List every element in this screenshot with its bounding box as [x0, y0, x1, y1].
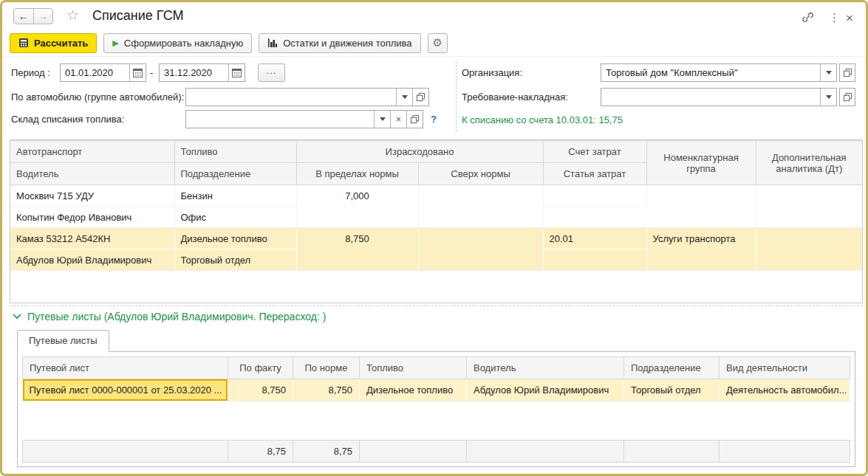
- organization-open-button[interactable]: [839, 63, 855, 82]
- vehicle-open-button[interactable]: [412, 89, 428, 106]
- fuel-balances-button-label: Остатки и движения топлива: [283, 38, 411, 49]
- cell-department[interactable]: Офис: [174, 207, 296, 228]
- cell-within-norm[interactable]: 7,000: [296, 185, 418, 228]
- period-from-input[interactable]: [61, 64, 129, 81]
- cell-fuel[interactable]: Бензин: [174, 185, 296, 207]
- open-form-icon: [416, 92, 426, 102]
- requisition-dropdown-button[interactable]: [820, 89, 836, 106]
- organization-combobox: [601, 63, 837, 82]
- period-more-button[interactable]: ...: [258, 63, 285, 82]
- cell-driver[interactable]: Абдулов Юрий Владимирович: [10, 249, 174, 271]
- col-department: Подразделение: [624, 357, 720, 379]
- forward-button[interactable]: →: [34, 9, 53, 24]
- col-waybill: Путевой лист: [23, 357, 228, 379]
- cell-nomenclature-group[interactable]: Услуги транспорта: [646, 228, 756, 271]
- cell-activity[interactable]: Деятельность автомобил...: [720, 379, 850, 401]
- col-driver: Водитель: [467, 357, 624, 379]
- cell-department[interactable]: Торговый отдел: [174, 249, 296, 271]
- cell-extra-analytics[interactable]: [756, 228, 862, 271]
- cell-within-norm[interactable]: 8,750: [296, 228, 418, 271]
- get-link-icon[interactable]: [802, 11, 814, 24]
- cell-driver[interactable]: Копытин Федор Иванович: [10, 207, 174, 228]
- col-cost-item: Статья затрат: [543, 163, 646, 185]
- tab-waybills[interactable]: Путевые листы: [17, 330, 109, 352]
- requisition-input[interactable]: [601, 89, 820, 106]
- requisition-combobox: [601, 88, 837, 106]
- cell-vehicle[interactable]: Москвич 715 УДУ: [10, 185, 174, 207]
- create-invoice-button[interactable]: ▶ Сформировать накладную: [103, 33, 252, 53]
- app-window: ← → ☆ Списание ГСМ ⋮ × Рассчитать ▶ Сфор…: [0, 0, 868, 476]
- cell-department[interactable]: Торговый отдел: [624, 379, 720, 401]
- fuel-balances-button[interactable]: Остатки и движения топлива: [259, 33, 420, 53]
- panel-splitter[interactable]: [10, 306, 863, 306]
- cell-actual[interactable]: 8,750: [228, 379, 293, 401]
- more-menu-icon[interactable]: ⋮: [829, 11, 840, 24]
- table-row-selected: Камаз 53212 А542КН Дизельное топливо 8,7…: [10, 228, 862, 249]
- waybill-row-selected: Путевой лист 0000-000001 от 25.03.2020 .…: [23, 379, 850, 401]
- cell-extra-analytics[interactable]: [756, 185, 862, 228]
- total-driver: [467, 441, 624, 463]
- organization-dropdown-button[interactable]: [820, 64, 836, 81]
- chevron-down-icon: [402, 95, 408, 99]
- cell-nomenclature-group[interactable]: [646, 185, 756, 228]
- chevron-down-icon: [380, 117, 386, 121]
- total-fuel: [360, 441, 467, 463]
- col-actual: По факту: [228, 357, 293, 379]
- calculate-button[interactable]: Рассчитать: [10, 33, 97, 53]
- cell-fuel[interactable]: Дизельное топливо: [174, 228, 296, 249]
- requisition-open-button[interactable]: [839, 88, 855, 106]
- waybills-table: Путевой лист По факту По норме Топливо В…: [22, 356, 850, 401]
- period-to-input[interactable]: [160, 64, 228, 81]
- gear-icon: ⚙: [432, 36, 442, 49]
- cell-over-norm[interactable]: [418, 228, 543, 271]
- organization-label: Организация:: [462, 63, 522, 82]
- cell-waybill-current[interactable]: Путевой лист 0000-000001 от 25.03.2020 .…: [23, 379, 228, 401]
- help-link[interactable]: ?: [431, 110, 437, 128]
- filter-splitter[interactable]: [456, 61, 457, 132]
- total-waybill: [23, 441, 228, 463]
- cell-over-norm[interactable]: [418, 185, 543, 228]
- cell-fuel[interactable]: Дизельное топливо: [360, 379, 467, 401]
- cell-cost-account[interactable]: 20.01: [543, 228, 646, 249]
- navigation-buttons: ← →: [13, 8, 53, 24]
- col-vehicle: Автотранспорт: [10, 141, 174, 163]
- warehouse-dropdown-button[interactable]: [374, 111, 390, 128]
- vehicle-input[interactable]: [186, 89, 396, 106]
- close-icon[interactable]: ×: [846, 11, 853, 26]
- period-label: Период :: [11, 63, 50, 82]
- fuel-writeoff-grid: Автотранспорт Топливо Израсходовано Счет…: [10, 139, 863, 303]
- open-form-icon: [843, 68, 852, 77]
- cell-cost-item[interactable]: [543, 207, 646, 228]
- warehouse-open-button[interactable]: [406, 111, 423, 128]
- bar-chart-icon: [267, 38, 278, 48]
- warehouse-filter-label: Склад списания топлива:: [11, 110, 124, 128]
- cell-norm[interactable]: 8,750: [293, 379, 360, 401]
- table-row: Москвич 715 УДУ Бензин 7,000: [10, 185, 862, 207]
- totals-row: 8,75 8,75: [23, 441, 850, 463]
- open-form-icon: [843, 92, 852, 102]
- waybills-section-header[interactable]: Путевые листы (Абдулов Юрий Владимирович…: [13, 311, 326, 322]
- back-button[interactable]: ←: [14, 9, 34, 24]
- grid-header-row-1: Автотранспорт Топливо Израсходовано Счет…: [10, 141, 862, 163]
- page-title: Списание ГСМ: [92, 8, 184, 24]
- cell-driver[interactable]: Абдулов Юрий Владимирович: [467, 379, 624, 401]
- vehicle-dropdown-button[interactable]: [396, 89, 412, 106]
- col-department: Подразделение: [174, 163, 296, 185]
- cell-cost-item[interactable]: [543, 249, 646, 271]
- favorite-star-icon[interactable]: ☆: [66, 7, 79, 24]
- col-activity: Вид деятельности: [720, 357, 850, 379]
- settings-button[interactable]: ⚙: [428, 33, 448, 53]
- title-bar: ← → ☆ Списание ГСМ ⋮ ×: [2, 2, 866, 30]
- command-bar: Рассчитать ▶ Сформировать накладную Оста…: [10, 32, 858, 53]
- period-from-calendar-button[interactable]: [129, 64, 146, 81]
- warehouse-input[interactable]: [186, 111, 374, 128]
- forward-arrow-icon: →: [38, 10, 48, 22]
- cell-vehicle-current[interactable]: Камаз 53212 А542КН: [10, 228, 174, 249]
- cell-cost-account[interactable]: [543, 185, 646, 207]
- chevron-down-icon: [826, 95, 832, 99]
- total-norm: 8,75: [293, 441, 360, 463]
- period-to-calendar-button[interactable]: [228, 64, 245, 81]
- organization-input[interactable]: [601, 64, 820, 81]
- warehouse-clear-button[interactable]: ×: [390, 111, 406, 128]
- chevron-down-icon: [826, 71, 832, 75]
